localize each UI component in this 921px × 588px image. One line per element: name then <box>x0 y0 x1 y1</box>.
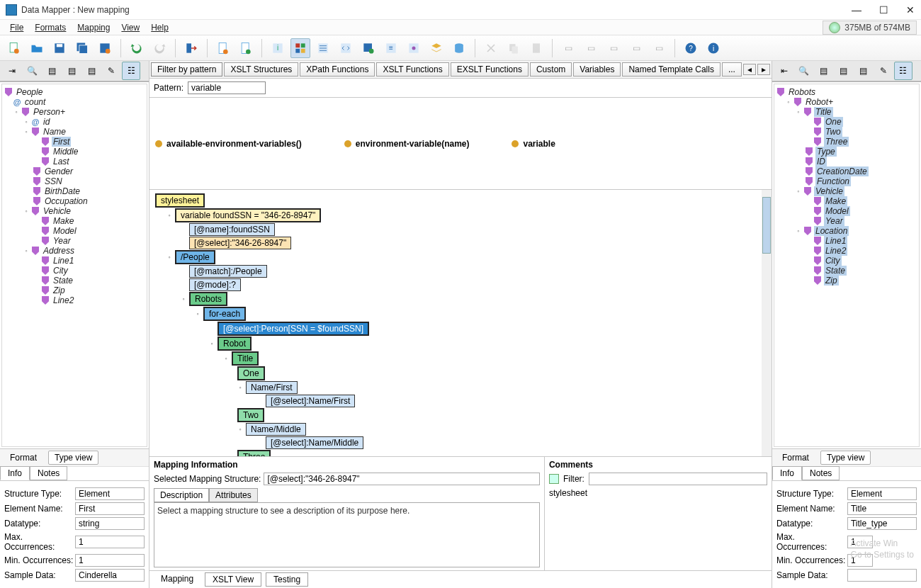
x-robots[interactable]: Robots <box>189 292 227 306</box>
tab-filter-by-pattern[interactable]: Filter by pattern <box>151 62 222 77</box>
left-collapse-icon[interactable]: ⇥ <box>3 62 21 80</box>
node-r-id[interactable]: ID <box>815 157 827 166</box>
x-two[interactable]: Two <box>237 408 264 422</box>
minimize-button[interactable]: — <box>852 4 861 16</box>
xslt-scrollbar[interactable] <box>762 190 772 456</box>
x-var-found[interactable]: variable foundSSN = "346-26-8947" <box>175 208 321 222</box>
left-info-tab[interactable]: Info <box>0 466 30 480</box>
left-max-occ[interactable]: 1 <box>75 536 145 548</box>
node-r-one[interactable]: One <box>824 117 843 127</box>
fn-avail-env[interactable]: available-environment-variables() <box>166 139 302 149</box>
node-address[interactable]: Address <box>42 246 76 256</box>
close-button[interactable]: ✕ <box>905 4 915 16</box>
doc-badge-icon[interactable] <box>404 38 424 58</box>
db-icon[interactable] <box>449 38 469 58</box>
node-r-make[interactable]: Make <box>824 196 847 206</box>
color-grid-icon[interactable] <box>290 38 310 58</box>
left-min-occ[interactable]: 1 <box>75 554 145 567</box>
left-typeview-tab[interactable]: Type view <box>48 451 98 465</box>
x-one[interactable]: One <box>237 366 265 380</box>
menu-mapping[interactable]: Mapping <box>72 21 115 34</box>
right-tree[interactable]: Robots ◦Robot+ ◦Title One Two Three Type… <box>774 84 920 447</box>
right-tree-icon[interactable]: ☷ <box>894 62 912 80</box>
left-doc3-icon[interactable]: ▤ <box>82 62 101 80</box>
mapping-tab[interactable]: Mapping <box>154 572 200 587</box>
xslt-area[interactable]: stylesheet ◦variable foundSSN = "346-26-… <box>149 190 772 457</box>
node-line2[interactable]: Line2 <box>52 295 75 305</box>
layers-icon[interactable] <box>426 38 446 58</box>
tab-xslt-functions[interactable]: XSLT Functions <box>376 62 448 77</box>
right-doc1-icon[interactable]: ▤ <box>815 62 833 80</box>
node-r-city[interactable]: City <box>824 256 842 266</box>
exit-icon[interactable] <box>181 38 201 58</box>
doc-var-icon[interactable]: ≡ <box>381 38 401 58</box>
left-edit-icon[interactable]: ✎ <box>102 62 120 80</box>
right-collapse-icon[interactable]: ⇤ <box>775 62 793 80</box>
left-sample[interactable]: Cinderella <box>75 569 145 582</box>
code-icon[interactable] <box>336 38 356 58</box>
node-gender[interactable]: Gender <box>43 166 74 176</box>
left-notes-tab[interactable]: Notes <box>30 466 67 480</box>
testing-tab[interactable]: Testing <box>266 572 308 587</box>
x-name-first[interactable]: Name/First <box>246 381 298 394</box>
paste-icon[interactable] <box>526 38 546 58</box>
node-birthdate[interactable]: BirthDate <box>43 186 81 196</box>
right-format-tab[interactable]: Format <box>775 451 816 465</box>
right-max-occ[interactable]: 1 <box>847 536 873 548</box>
left-doc1-icon[interactable]: ▤ <box>43 62 61 80</box>
node-r-state[interactable]: State <box>824 266 847 276</box>
align-c-icon[interactable]: ▭ <box>604 38 623 58</box>
cut-icon[interactable] <box>481 38 501 58</box>
sel-struct-value[interactable]: [@select]:"346-26-8947" <box>264 473 540 485</box>
right-datatype[interactable]: Title_type <box>847 517 917 530</box>
left-structure-type[interactable]: Element <box>75 487 145 500</box>
node-city[interactable]: City <box>52 266 69 276</box>
x-match-people[interactable]: [@match]:/People <box>189 265 267 278</box>
node-occupation[interactable]: Occupation <box>43 196 89 206</box>
save-icon[interactable] <box>50 38 69 58</box>
menu-help[interactable]: Help <box>145 21 174 34</box>
description-tab[interactable]: Description <box>154 488 209 502</box>
doc-b-icon[interactable] <box>236 38 256 58</box>
doc-a-icon[interactable] <box>213 38 233 58</box>
node-r-line1[interactable]: Line1 <box>824 236 847 246</box>
node-robot[interactable]: Robot+ <box>804 97 835 107</box>
node-count[interactable]: count <box>23 97 47 107</box>
left-format-tab[interactable]: Format <box>3 451 44 465</box>
node-middle[interactable]: Middle <box>52 147 79 157</box>
x-name-found[interactable]: [@name]:foundSSN <box>189 223 275 236</box>
maximize-button[interactable]: ☐ <box>878 4 888 16</box>
node-year[interactable]: Year <box>52 236 72 246</box>
right-info-tab[interactable]: Info <box>772 466 802 480</box>
pattern-input[interactable] <box>188 81 266 94</box>
save-as-icon[interactable] <box>95 38 115 58</box>
menu-view[interactable]: View <box>115 21 145 34</box>
node-line1[interactable]: Line1 <box>52 256 75 266</box>
about-icon[interactable]: i <box>704 38 723 58</box>
tab-xslt-structures[interactable]: XSLT Structures <box>224 62 298 77</box>
node-r-two[interactable]: Two <box>824 127 842 137</box>
node-r-location[interactable]: Location <box>814 226 849 236</box>
fn-variable[interactable]: variable <box>523 139 555 149</box>
tab-xpath-functions[interactable]: XPath Functions <box>300 62 375 77</box>
left-doc2-icon[interactable]: ▤ <box>62 62 81 80</box>
align-d-icon[interactable]: ▭ <box>626 38 646 58</box>
right-element-name[interactable]: Title <box>847 502 917 515</box>
x-mode[interactable]: [@mode]:? <box>189 278 241 291</box>
x-select-ssn[interactable]: [@select]:"346-26-8947" <box>189 237 291 249</box>
menu-file[interactable]: File <box>4 21 29 34</box>
node-state[interactable]: State <box>52 276 74 285</box>
node-r-vehicle[interactable]: Vehicle <box>814 186 844 196</box>
new-doc-icon[interactable] <box>4 38 24 58</box>
fn-env-var[interactable]: environment-variable(name) <box>356 139 470 149</box>
right-edit-icon[interactable]: ✎ <box>874 62 893 80</box>
node-first[interactable]: First <box>52 137 71 147</box>
node-id[interactable]: id <box>42 117 51 127</box>
x-sel-name-first[interactable]: [@select]:Name/First <box>266 395 355 407</box>
redo-icon[interactable] <box>149 38 169 58</box>
x-foreach[interactable]: for-each <box>203 307 246 321</box>
align-a-icon[interactable]: ▭ <box>558 38 578 58</box>
menu-formats[interactable]: Formats <box>29 21 72 34</box>
tab-variables[interactable]: Variables <box>573 62 621 77</box>
right-find-icon[interactable]: 🔍 <box>795 62 813 80</box>
